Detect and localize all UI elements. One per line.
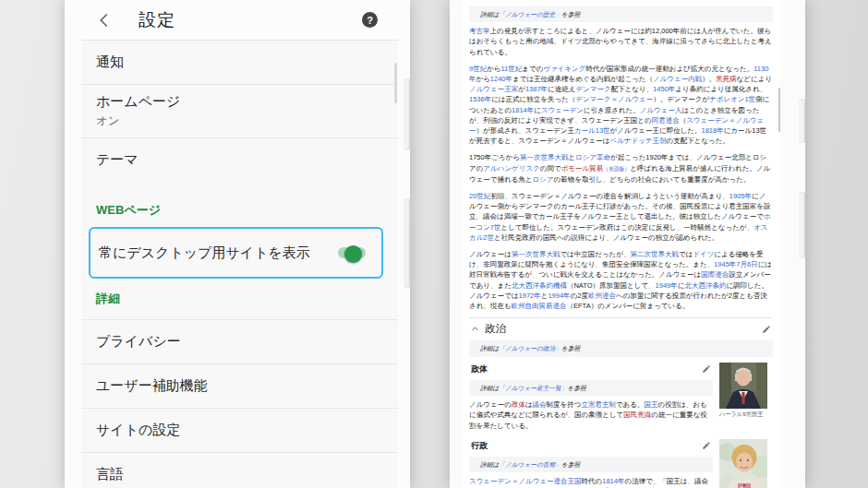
wiki-link[interactable]: 考古学 [469,27,490,35]
wiki-link[interactable]: デンマーク [575,85,610,93]
hatnote-link[interactable]: 「ノルウェーの政治」 [499,345,561,351]
help-icon[interactable]: ? [362,12,378,28]
text-run: の2度 [571,292,588,300]
wiki-link[interactable]: ノルウェー王家 [469,85,518,93]
scrollbar-thumb[interactable] [778,88,781,132]
wiki-redlink[interactable]: 政体 [512,400,525,409]
hatnote: 詳細は「ノルウェーの政治」を参照 [469,340,773,356]
wiki-link[interactable]: スウェーデン＝ノルウェー連合王国 [469,477,582,485]
wiki-link[interactable]: 欧州連合 [588,292,616,300]
subsection-title: 政体 [471,364,488,374]
settings-row-site-settings[interactable]: サイトの設定 [81,409,398,453]
wiki-link[interactable]: 1949年 [656,281,678,290]
left-phone-mockup: 設定 ? 通知 ホームページ オン テーマ WEBページ 常にデスクトップ用サイ… [65,0,410,488]
text-run: ）。デンマークが [653,95,709,103]
settings-row-homepage[interactable]: ホームページ オン [81,85,398,138]
text-run: ）が形成され、スウェーデン王 [476,126,574,135]
wiki-link[interactable]: ロシア革命 [575,153,610,161]
text-run: 詳細は [480,461,499,468]
wiki-link[interactable]: 20世紀 [469,192,490,200]
wiki-link[interactable]: 9世紀 [469,65,487,73]
wiki-link[interactable]: 北大西洋条約機構 [512,281,567,290]
edit-icon[interactable] [762,325,771,334]
wiki-link[interactable]: スウェーデン [541,106,584,114]
wiki-link[interactable]: 1450年 [653,85,675,93]
row-status: オン [96,113,383,129]
settings-row-accessibility[interactable]: ユーザー補助機能 [81,364,398,409]
wiki-link[interactable]: ノルウェー内戦 [653,75,702,83]
wiki-link[interactable]: 1240年 [490,75,512,83]
photo-solberg[interactable]: ソルベルグ首相 [719,439,767,488]
settings-row-privacy[interactable]: プライバシー [81,320,398,364]
wiki-link[interactable]: 1818年 [702,126,724,135]
desktop-site-toggle[interactable] [338,246,368,259]
text-run: までは王位継承権をめぐる内戦が起こった（ [512,75,653,83]
wiki-link[interactable]: 立憲君主制 [581,400,616,409]
wiki-link[interactable]: 11世紀 [501,65,523,73]
settings-row-desktop-site[interactable]: 常にデスクトップ用サイトを表示 [89,227,383,279]
text-run: ノルウェーの [469,400,512,409]
text-run: と [568,153,575,161]
chrome-settings-screen: 設定 ? 通知 ホームページ オン テーマ WEBページ 常にデスクトップ用サイ… [81,0,398,488]
wiki-link[interactable]: 1905年 [729,192,752,200]
text-run: を参照 [561,11,580,18]
article-paragraph: 考古学上の発見が示すところによると、ノルウェーには約12,000年前には人が住ん… [469,26,773,57]
wiki-link[interactable]: 1994年 [548,292,570,300]
wiki-link[interactable]: 1814年 [602,477,624,485]
settings-row-languages[interactable]: 言語 [81,453,398,488]
wiki-link[interactable]: 国際連合 [701,270,729,279]
wiki-redlink[interactable]: 国民意識 [623,411,651,419]
settings-header: 設定 ? [81,0,398,41]
solberg-image[interactable] [719,439,767,488]
wiki-link[interactable]: ロシア [533,175,554,184]
wiki-link[interactable]: ベルナドッテ王朝 [609,137,666,145]
text-run: である。 [616,400,645,409]
section-heading[interactable]: 政治 [469,317,773,337]
wiki-link[interactable]: 1972年 [519,292,541,300]
wiki-link[interactable]: 第一次世界大戦 [520,153,569,161]
row-label: ホームページ [96,93,383,111]
wiki-link-annotation[interactable]: （英語版） [603,166,630,172]
wiki-link[interactable]: ナポレオン1世 [709,95,755,103]
subsection-heading: 行政 [469,437,713,453]
photo-harald[interactable]: ハーラル5世国王 [719,363,767,419]
settings-row-theme[interactable]: テーマ [81,138,398,182]
hatnote-link[interactable]: 「ノルウェーの首相」 [499,461,561,468]
text-run: では [679,250,693,258]
scrollbar-thumb[interactable] [394,63,397,103]
wiki-link[interactable]: カール13世 [574,126,610,135]
wiki-link[interactable]: 国王 [644,400,657,409]
text-run: 制度を持つ [547,400,582,409]
hatnote: 詳細は「ノルウェーの首相」を参照 [469,457,713,472]
wiki-redlink[interactable]: 黒死病 [716,75,737,83]
wiki-link[interactable]: ドイツ [693,250,714,258]
back-icon[interactable] [96,12,113,29]
hatnote-link[interactable]: 「ノルウェー君主一覧」 [499,385,567,391]
edit-icon[interactable] [702,364,711,374]
text-run: 上の発見が示すところによると、ノルウェーには約12,000年前には人が住んでいた… [469,27,772,55]
wiki-link[interactable]: 第一次世界大戦 [512,250,561,258]
subsection-heading: 政体 [469,361,713,376]
text-run: が [518,85,525,93]
wiki-link[interactable]: 議会 [533,400,547,409]
settings-row-notifications[interactable]: 通知 [81,41,398,85]
wiki-link[interactable]: アルハンゲリスク [483,164,539,173]
wiki-link[interactable]: 1536年 [469,95,491,103]
wiki-redlink[interactable]: ポモール貿易 [561,164,604,173]
wiki-link[interactable]: 同君連合 [652,116,680,125]
wiki-link[interactable]: ヴァイキング [543,65,585,73]
wiki-link[interactable]: デンマーク＝ノルウェー [575,95,653,103]
wiki-link[interactable]: 1814年 [512,106,534,114]
hatnote-link[interactable]: 「ノルウェーの歴史」 [499,11,561,18]
text-run: に [534,106,541,114]
wiki-link[interactable]: 北大西洋条約 [684,281,726,290]
article-paragraph: 9世紀から11世紀までのヴァイキング時代が国家形成の統一運動および拡大の元となっ… [469,64,773,147]
wiki-link[interactable]: 第二次世界大戦 [630,250,679,258]
collapse-caret-icon[interactable] [471,325,479,333]
wiki-link[interactable]: 1387年 [525,85,548,93]
wiki-link[interactable]: 欧州自由貿易連合 [512,302,567,310]
harald-image[interactable] [719,363,767,409]
wiki-link[interactable]: ノルウェー人 [640,106,682,114]
edit-icon[interactable] [702,441,711,450]
wiki-link[interactable]: 1945年7月6日 [714,260,758,268]
